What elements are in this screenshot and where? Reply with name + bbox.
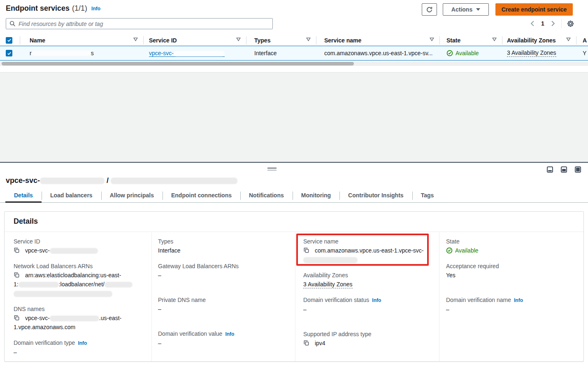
- details-column-2: Types Interface Gateway Load Balancers A…: [151, 232, 295, 361]
- field-label: State: [446, 237, 580, 246]
- redacted-lb-name: [105, 282, 132, 287]
- state-label: Available: [455, 246, 479, 255]
- redacted-account-id: [19, 282, 58, 287]
- details-columns: Service ID vpce-svc- Network Load Balanc…: [5, 232, 583, 361]
- column-header-name[interactable]: Name: [20, 35, 143, 46]
- field-gateway-lb-arns: Gateway Load Balancers ARNs –: [158, 262, 295, 280]
- copy-icon[interactable]: [303, 247, 309, 253]
- chevron-right-icon[interactable]: [548, 19, 558, 28]
- horizontal-scrollbar: [0, 62, 588, 66]
- panel-title-prefix: vpce-svc-: [6, 176, 40, 185]
- field-service-id: Service ID vpce-svc-: [14, 237, 151, 255]
- resource-count: (1/1): [72, 4, 87, 13]
- field-label: Service ID: [14, 237, 151, 246]
- page-number[interactable]: 1: [537, 20, 548, 27]
- table-header-row: Name Service ID Types Service name State…: [0, 35, 588, 46]
- details-heading: Details: [5, 212, 583, 232]
- copy-icon[interactable]: [14, 247, 20, 253]
- tab-tags[interactable]: Tags: [412, 189, 443, 202]
- search-input[interactable]: [19, 21, 269, 27]
- arn-line1: arn:aws:elasticloadbalancing:us-east-: [25, 272, 121, 278]
- redacted-title-name: [111, 178, 237, 184]
- copy-icon[interactable]: [303, 340, 309, 346]
- field-label: Network Load Balancers ARNs: [14, 262, 151, 271]
- status-available-icon: [446, 50, 453, 56]
- field-value: Yes: [446, 271, 580, 280]
- tab-contributor-insights[interactable]: Contributor Insights: [339, 189, 412, 202]
- panel-drag-handle[interactable]: [267, 168, 277, 171]
- sort-icon[interactable]: [236, 37, 241, 41]
- details-column-4: State Available Acceptance required Yes: [439, 232, 580, 361]
- tab-endpoint-connections[interactable]: Endpoint connections: [163, 189, 240, 202]
- availability-zones-link[interactable]: 3 Availability Zones: [303, 281, 353, 288]
- column-header-service-name[interactable]: Service name: [316, 35, 439, 46]
- tab-monitoring[interactable]: Monitoring: [293, 189, 339, 202]
- create-endpoint-service-button[interactable]: Create endpoint service: [495, 3, 573, 16]
- panel-size-controls: [547, 166, 581, 173]
- panel-split-icon[interactable]: [561, 166, 567, 173]
- row-service-name-cell: com.amazonaws.vpce.us-east-1.vpce-sv...: [316, 46, 439, 60]
- field-acceptance-required: Acceptance required Yes: [446, 262, 580, 280]
- dns-prefix: vpce-svc-: [25, 315, 50, 321]
- settings-gear-icon[interactable]: [565, 19, 576, 28]
- row-checkbox[interactable]: [6, 50, 12, 56]
- column-header-service-id[interactable]: Service ID: [143, 35, 246, 46]
- info-link[interactable]: Info: [514, 297, 523, 303]
- pagination: 1: [528, 18, 576, 29]
- column-header-availability-zones[interactable]: Availability Zones: [502, 35, 576, 46]
- endpoint-services-page: Endpoint services (1/1) Info Actions Cre…: [0, 0, 588, 365]
- copy-icon[interactable]: [14, 315, 20, 321]
- panel-title-separator: /: [107, 176, 109, 185]
- service-id-link[interactable]: vpce-svc-: [149, 50, 225, 57]
- column-label: Name: [30, 37, 45, 44]
- field-domain-verification-value: Domain verification valueInfo –: [158, 329, 295, 348]
- select-all-checkbox[interactable]: [6, 37, 12, 44]
- row-service-name-value: com.amazonaws.vpce.us-east-1.vpce-sv...: [324, 50, 433, 56]
- column-header-types[interactable]: Types: [246, 35, 316, 46]
- sort-icon[interactable]: [492, 37, 497, 41]
- tab-label: Load balancers: [50, 192, 93, 199]
- details-column-1: Service ID vpce-svc- Network Load Balanc…: [5, 232, 151, 361]
- field-label: Types: [158, 237, 295, 246]
- field-service-name: Service name com.amazonaws.vpce.us-east-…: [303, 237, 439, 264]
- page-header: Endpoint services (1/1) Info: [6, 4, 100, 13]
- refresh-button[interactable]: [422, 3, 437, 16]
- field-value: –: [446, 305, 580, 314]
- field-network-lb-arns: Network Load Balancers ARNs arn:aws:elas…: [14, 262, 151, 298]
- tab-allow-principals[interactable]: Allow principals: [101, 189, 163, 202]
- tab-label: Notifications: [249, 192, 284, 199]
- row-name-prefix: r: [30, 50, 32, 56]
- info-link[interactable]: Info: [372, 297, 381, 303]
- availability-zones-link[interactable]: 3 Availability Zones: [507, 49, 556, 57]
- sort-icon[interactable]: [133, 37, 138, 41]
- redacted-name: [32, 51, 91, 56]
- field-supported-ip: Supported IP address type ipv4: [303, 330, 439, 348]
- header-info-link[interactable]: Info: [91, 6, 100, 12]
- panel-maximize-icon[interactable]: [575, 166, 581, 173]
- actions-button[interactable]: Actions: [443, 3, 489, 16]
- copy-icon[interactable]: [14, 272, 20, 278]
- sort-icon[interactable]: [430, 37, 434, 41]
- service-id-prefix: vpce-svc-: [149, 50, 174, 56]
- tab-notifications[interactable]: Notifications: [240, 189, 293, 202]
- panel-title: vpce-svc- /: [6, 176, 237, 185]
- panel-collapse-icon[interactable]: [547, 166, 553, 173]
- row-types-value: Interface: [254, 50, 277, 56]
- sort-icon[interactable]: [566, 37, 571, 41]
- table-row[interactable]: rs vpce-svc- Interface com.amazonaws.vpc…: [0, 46, 588, 61]
- column-header-state[interactable]: State: [439, 35, 502, 46]
- info-link[interactable]: Info: [225, 331, 234, 337]
- field-label: Private DNS name: [158, 295, 295, 304]
- service-name-line2: [303, 255, 439, 264]
- chevron-left-icon[interactable]: [528, 19, 537, 28]
- horizontal-scrollbar-thumb[interactable]: [2, 62, 354, 66]
- tab-load-balancers[interactable]: Load balancers: [42, 189, 101, 202]
- info-link[interactable]: Info: [78, 340, 87, 346]
- search-box[interactable]: [6, 18, 273, 29]
- sort-icon[interactable]: [306, 37, 311, 41]
- field-state: State Available: [446, 237, 580, 255]
- tab-details[interactable]: Details: [5, 189, 42, 202]
- field-label: Gateway Load Balancers ARNs: [158, 262, 295, 271]
- split-panel: vpce-svc- / Details Load balancers Allow…: [0, 162, 588, 365]
- field-private-dns-name: Private DNS name –: [158, 295, 295, 314]
